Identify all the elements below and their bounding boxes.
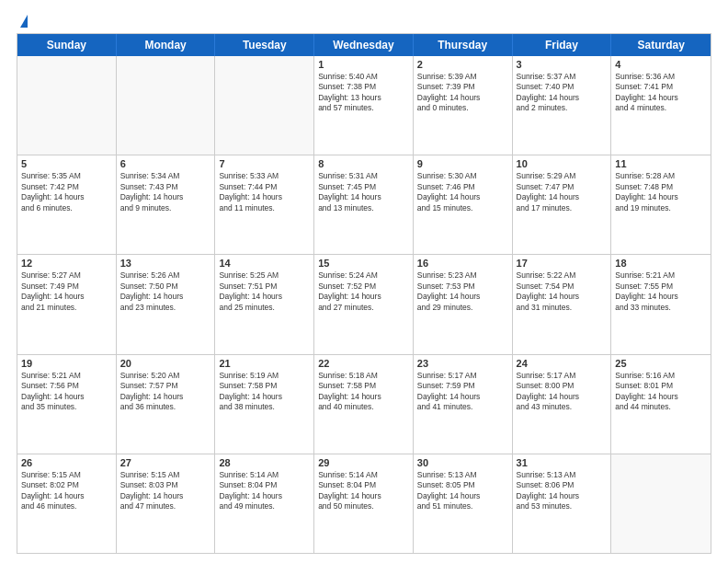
day-number: 29 xyxy=(318,457,409,468)
calendar-cell: 1Sunrise: 5:40 AM Sunset: 7:38 PM Daylig… xyxy=(314,56,414,155)
header xyxy=(17,17,711,24)
day-info: Sunrise: 5:14 AM Sunset: 8:04 PM Dayligh… xyxy=(318,470,409,512)
calendar-row: 1Sunrise: 5:40 AM Sunset: 7:38 PM Daylig… xyxy=(17,56,711,155)
weekday-header: Wednesday xyxy=(314,34,414,56)
day-info: Sunrise: 5:25 AM Sunset: 7:51 PM Dayligh… xyxy=(219,270,310,313)
calendar-cell: 5Sunrise: 5:35 AM Sunset: 7:42 PM Daylig… xyxy=(17,155,117,254)
day-info: Sunrise: 5:15 AM Sunset: 8:03 PM Dayligh… xyxy=(120,470,211,512)
day-number: 10 xyxy=(517,158,608,169)
calendar-cell: 9Sunrise: 5:30 AM Sunset: 7:46 PM Daylig… xyxy=(414,155,513,254)
weekday-header: Thursday xyxy=(414,34,513,56)
calendar: SundayMondayTuesdayWednesdayThursdayFrid… xyxy=(17,33,711,554)
calendar-cell: 28Sunrise: 5:14 AM Sunset: 8:04 PM Dayli… xyxy=(215,454,314,553)
day-info: Sunrise: 5:34 AM Sunset: 7:43 PM Dayligh… xyxy=(120,171,211,213)
calendar-cell: 26Sunrise: 5:15 AM Sunset: 8:02 PM Dayli… xyxy=(17,454,117,553)
day-number: 18 xyxy=(615,258,707,269)
day-info: Sunrise: 5:21 AM Sunset: 7:56 PM Dayligh… xyxy=(21,371,112,413)
day-number: 27 xyxy=(120,457,211,468)
day-info: Sunrise: 5:13 AM Sunset: 8:06 PM Dayligh… xyxy=(517,470,608,512)
day-info: Sunrise: 5:33 AM Sunset: 7:44 PM Dayligh… xyxy=(219,171,310,213)
day-info: Sunrise: 5:24 AM Sunset: 7:52 PM Dayligh… xyxy=(318,270,409,313)
day-number: 23 xyxy=(417,358,508,369)
page: SundayMondayTuesdayWednesdayThursdayFrid… xyxy=(0,0,728,563)
day-number: 12 xyxy=(21,258,112,269)
calendar-cell: 4Sunrise: 5:36 AM Sunset: 7:41 PM Daylig… xyxy=(611,56,711,155)
calendar-cell: 15Sunrise: 5:24 AM Sunset: 7:52 PM Dayli… xyxy=(314,255,414,353)
calendar-cell: 11Sunrise: 5:28 AM Sunset: 7:48 PM Dayli… xyxy=(611,155,711,254)
weekday-header: Tuesday xyxy=(215,34,314,56)
calendar-cell xyxy=(17,56,117,155)
calendar-row: 12Sunrise: 5:27 AM Sunset: 7:49 PM Dayli… xyxy=(17,254,711,353)
day-info: Sunrise: 5:31 AM Sunset: 7:45 PM Dayligh… xyxy=(318,171,409,213)
day-number: 14 xyxy=(219,258,310,269)
calendar-cell: 19Sunrise: 5:21 AM Sunset: 7:56 PM Dayli… xyxy=(17,355,117,454)
day-info: Sunrise: 5:30 AM Sunset: 7:46 PM Dayligh… xyxy=(417,171,508,213)
day-info: Sunrise: 5:39 AM Sunset: 7:39 PM Dayligh… xyxy=(417,72,508,114)
calendar-cell: 23Sunrise: 5:17 AM Sunset: 7:59 PM Dayli… xyxy=(414,355,513,454)
day-info: Sunrise: 5:37 AM Sunset: 7:40 PM Dayligh… xyxy=(517,72,608,114)
day-info: Sunrise: 5:40 AM Sunset: 7:38 PM Dayligh… xyxy=(318,72,409,114)
day-number: 30 xyxy=(417,457,508,468)
day-info: Sunrise: 5:22 AM Sunset: 7:54 PM Dayligh… xyxy=(517,270,608,313)
day-info: Sunrise: 5:27 AM Sunset: 7:49 PM Dayligh… xyxy=(21,270,112,313)
day-info: Sunrise: 5:18 AM Sunset: 7:58 PM Dayligh… xyxy=(318,371,409,413)
calendar-cell: 13Sunrise: 5:26 AM Sunset: 7:50 PM Dayli… xyxy=(117,255,216,353)
day-number: 2 xyxy=(417,59,508,70)
calendar-cell: 24Sunrise: 5:17 AM Sunset: 8:00 PM Dayli… xyxy=(513,355,612,454)
calendar-cell: 21Sunrise: 5:19 AM Sunset: 7:58 PM Dayli… xyxy=(215,355,314,454)
day-number: 5 xyxy=(21,158,112,169)
calendar-cell: 20Sunrise: 5:20 AM Sunset: 7:57 PM Dayli… xyxy=(117,355,216,454)
day-number: 6 xyxy=(120,158,211,169)
calendar-cell xyxy=(611,454,711,553)
day-number: 8 xyxy=(318,158,409,169)
day-info: Sunrise: 5:35 AM Sunset: 7:42 PM Dayligh… xyxy=(21,171,112,213)
calendar-cell: 18Sunrise: 5:21 AM Sunset: 7:55 PM Dayli… xyxy=(611,255,711,353)
calendar-cell: 8Sunrise: 5:31 AM Sunset: 7:45 PM Daylig… xyxy=(314,155,414,254)
calendar-cell: 10Sunrise: 5:29 AM Sunset: 7:47 PM Dayli… xyxy=(513,155,612,254)
day-number: 31 xyxy=(517,457,608,468)
day-number: 28 xyxy=(219,457,310,468)
day-number: 13 xyxy=(120,258,211,269)
weekday-header: Sunday xyxy=(17,34,117,56)
day-number: 3 xyxy=(517,59,608,70)
day-info: Sunrise: 5:21 AM Sunset: 7:55 PM Dayligh… xyxy=(615,270,707,313)
calendar-cell: 16Sunrise: 5:23 AM Sunset: 7:53 PM Dayli… xyxy=(414,255,513,353)
day-info: Sunrise: 5:19 AM Sunset: 7:58 PM Dayligh… xyxy=(219,371,310,413)
calendar-row: 19Sunrise: 5:21 AM Sunset: 7:56 PM Dayli… xyxy=(17,354,711,454)
day-info: Sunrise: 5:15 AM Sunset: 8:02 PM Dayligh… xyxy=(21,470,112,512)
weekday-header: Saturday xyxy=(611,34,711,56)
calendar-cell: 2Sunrise: 5:39 AM Sunset: 7:39 PM Daylig… xyxy=(414,56,513,155)
day-number: 7 xyxy=(219,158,310,169)
day-info: Sunrise: 5:23 AM Sunset: 7:53 PM Dayligh… xyxy=(417,270,508,313)
day-number: 4 xyxy=(615,59,707,70)
day-info: Sunrise: 5:26 AM Sunset: 7:50 PM Dayligh… xyxy=(120,270,211,313)
day-number: 24 xyxy=(517,358,608,369)
day-number: 9 xyxy=(417,158,508,169)
calendar-row: 5Sunrise: 5:35 AM Sunset: 7:42 PM Daylig… xyxy=(17,155,711,254)
calendar-cell: 31Sunrise: 5:13 AM Sunset: 8:06 PM Dayli… xyxy=(513,454,612,553)
calendar-cell: 29Sunrise: 5:14 AM Sunset: 8:04 PM Dayli… xyxy=(314,454,414,553)
calendar-header: SundayMondayTuesdayWednesdayThursdayFrid… xyxy=(17,34,711,56)
logo xyxy=(17,17,28,24)
day-info: Sunrise: 5:28 AM Sunset: 7:48 PM Dayligh… xyxy=(615,171,707,213)
calendar-body: 1Sunrise: 5:40 AM Sunset: 7:38 PM Daylig… xyxy=(17,56,711,553)
calendar-cell: 27Sunrise: 5:15 AM Sunset: 8:03 PM Dayli… xyxy=(117,454,216,553)
day-number: 16 xyxy=(417,258,508,269)
day-info: Sunrise: 5:14 AM Sunset: 8:04 PM Dayligh… xyxy=(219,470,310,512)
day-number: 15 xyxy=(318,258,409,269)
calendar-cell: 22Sunrise: 5:18 AM Sunset: 7:58 PM Dayli… xyxy=(314,355,414,454)
day-number: 19 xyxy=(21,358,112,369)
day-info: Sunrise: 5:17 AM Sunset: 8:00 PM Dayligh… xyxy=(517,371,608,413)
calendar-cell: 17Sunrise: 5:22 AM Sunset: 7:54 PM Dayli… xyxy=(513,255,612,353)
calendar-cell xyxy=(117,56,216,155)
calendar-cell: 7Sunrise: 5:33 AM Sunset: 7:44 PM Daylig… xyxy=(215,155,314,254)
calendar-cell xyxy=(215,56,314,155)
day-info: Sunrise: 5:17 AM Sunset: 7:59 PM Dayligh… xyxy=(417,371,508,413)
weekday-header: Monday xyxy=(117,34,216,56)
calendar-cell: 6Sunrise: 5:34 AM Sunset: 7:43 PM Daylig… xyxy=(117,155,216,254)
calendar-row: 26Sunrise: 5:15 AM Sunset: 8:02 PM Dayli… xyxy=(17,454,711,553)
day-number: 1 xyxy=(318,59,409,70)
day-number: 21 xyxy=(219,358,310,369)
calendar-cell: 14Sunrise: 5:25 AM Sunset: 7:51 PM Dayli… xyxy=(215,255,314,353)
day-info: Sunrise: 5:20 AM Sunset: 7:57 PM Dayligh… xyxy=(120,371,211,413)
